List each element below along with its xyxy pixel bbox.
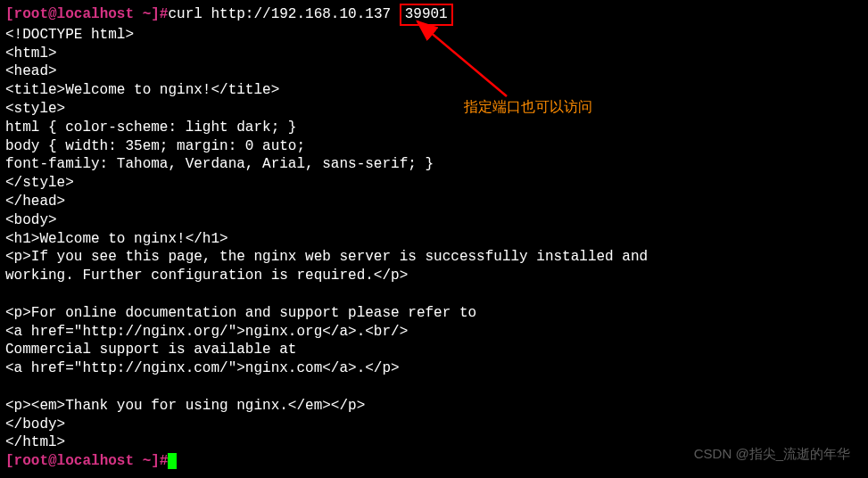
prompt-path: ~ [134,6,151,22]
output-line: </style> [5,174,863,193]
output-line: Commercial support is available at [5,341,863,359]
port-highlight-box: 39901 [400,4,453,26]
output-line: body { width: 35em; margin: 0 auto; [5,137,863,156]
output-line: <a href="http://nginx.org/">nginx.org</a… [5,323,863,342]
output-line [5,285,863,304]
prompt-user-host: root@localhost [14,453,134,469]
prompt-path: ~ [134,453,151,469]
command-output: <!DOCTYPE html><html><head><title>Welcom… [5,26,863,452]
output-line: </html> [5,433,863,452]
output-line: <body> [5,211,863,230]
output-line: font-family: Tahoma, Verdana, Arial, san… [5,155,863,174]
output-line: <a href="http://nginx.com/">nginx.com</a… [5,359,863,378]
output-line: <!DOCTYPE html> [5,26,863,45]
output-line: <p>For online documentation and support … [5,304,863,323]
command-line-1: [root@localhost ~]#curl http://192.168.1… [5,4,863,26]
output-line: </head> [5,193,863,211]
prompt-user-host: root@localhost [14,6,134,22]
output-line: <h1>Welcome to nginx!</h1> [5,230,863,249]
terminal-cursor [168,453,177,469]
output-line: <html> [5,45,863,63]
output-line: working. Further configuration is requir… [5,267,863,285]
prompt-bracket-open: [ [5,453,14,469]
output-line: <style> [5,100,863,119]
prompt-bracket-open: [ [5,6,14,22]
curl-command: curl http://192.168.10.137 [168,6,391,22]
output-line: <p><em>Thank you for using nginx.</em></… [5,397,863,416]
output-line: <head> [5,62,863,81]
annotation-text: 指定端口也可以访问 [464,98,592,117]
command-line-2[interactable]: [root@localhost ~]# [5,452,863,471]
output-line [5,378,863,397]
terminal-area[interactable]: [root@localhost ~]#curl http://192.168.1… [5,4,863,471]
output-line: <title>Welcome to nginx!</title> [5,81,863,100]
output-line: </body> [5,416,863,434]
output-line: html { color-scheme: light dark; } [5,119,863,137]
output-line: <p>If you see this page, the nginx web s… [5,248,863,267]
prompt-bracket-close: ]# [151,6,168,22]
prompt-bracket-close: ]# [151,453,168,469]
